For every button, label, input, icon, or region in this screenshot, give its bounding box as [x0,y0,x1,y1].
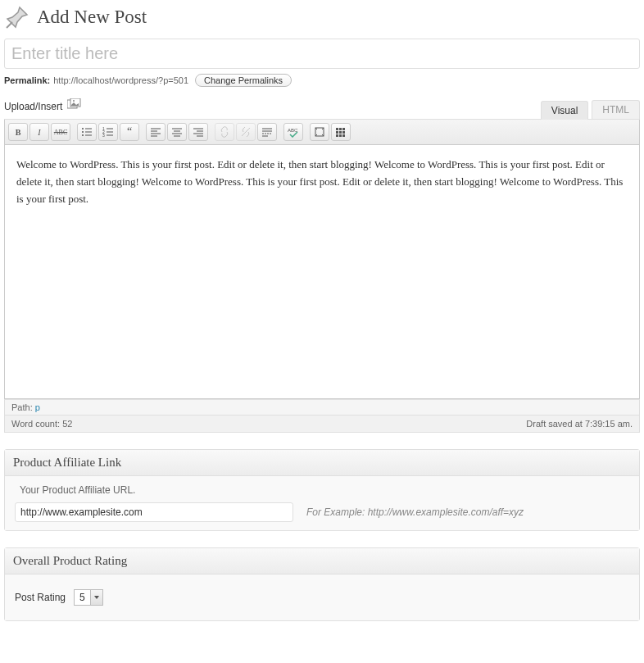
path-value[interactable]: p [35,402,40,412]
bold-button[interactable]: B [8,123,28,141]
more-tag-button[interactable] [257,123,277,141]
affiliate-metabox-title[interactable]: Product Affiliate Link [5,450,639,476]
tab-html[interactable]: HTML [592,100,640,119]
unlink-button[interactable] [236,123,256,141]
kitchen-sink-button[interactable] [331,123,351,141]
editor-path-bar: Path: p [4,399,640,416]
svg-point-4 [82,128,84,129]
change-permalinks-button[interactable]: Change Permalinks [195,74,292,87]
rating-metabox-title[interactable]: Overall Product Rating [5,548,639,574]
rating-select[interactable]: 5 [74,589,103,606]
page-title: Add New Post [37,7,147,28]
align-center-button[interactable] [167,123,187,141]
rating-value: 5 [75,590,90,605]
svg-rect-43 [342,134,345,137]
permalink-url: http://localhost/wordpress/?p=501 [53,75,188,85]
affiliate-example-text: For Example: http://www.examplesite.com/… [306,506,524,518]
tab-visual[interactable]: Visual [541,101,588,120]
svg-rect-38 [336,131,338,134]
affiliate-description: Your Product Affiliate URL. [20,484,629,496]
svg-point-8 [82,134,84,136]
word-count: Word count: 52 [11,419,72,429]
bullet-list-button[interactable] [77,123,97,141]
upload-insert-label: Upload/Insert [4,101,62,112]
add-media-icon[interactable] [67,98,82,114]
align-right-button[interactable] [188,123,208,141]
numbered-list-button[interactable]: 123 [98,123,118,141]
svg-rect-39 [339,131,342,134]
pin-icon [4,4,30,30]
svg-rect-36 [339,128,342,130]
dropdown-arrow-icon [90,590,102,605]
svg-rect-37 [342,128,345,130]
svg-rect-42 [339,134,342,137]
svg-rect-41 [336,134,338,137]
editor-content[interactable]: Welcome to WordPress. This is your first… [4,145,640,399]
svg-line-0 [7,22,12,28]
align-left-button[interactable] [146,123,166,141]
permalink-row: Permalink: http://localhost/wordpress/?p… [4,74,640,87]
svg-point-3 [73,100,75,102]
italic-button[interactable]: I [29,123,49,141]
editor-toolbar: B I ABC 123 “ ABC [4,120,640,145]
strikethrough-button[interactable]: ABC [51,123,70,141]
post-title-input[interactable] [4,39,640,69]
permalink-label: Permalink: [4,75,50,85]
svg-point-6 [82,131,84,133]
svg-rect-40 [342,131,345,134]
draft-status: Draft saved at 7:39:15 am. [526,419,633,429]
spellcheck-button[interactable]: ABC [283,123,303,141]
link-button[interactable] [215,123,234,141]
svg-rect-35 [336,128,338,130]
blockquote-button[interactable]: “ [120,123,139,141]
affiliate-url-input[interactable] [15,502,293,522]
fullscreen-button[interactable] [310,123,329,141]
svg-text:3: 3 [102,133,105,138]
path-label: Path: [11,402,35,412]
rating-label: Post Rating [15,592,66,603]
